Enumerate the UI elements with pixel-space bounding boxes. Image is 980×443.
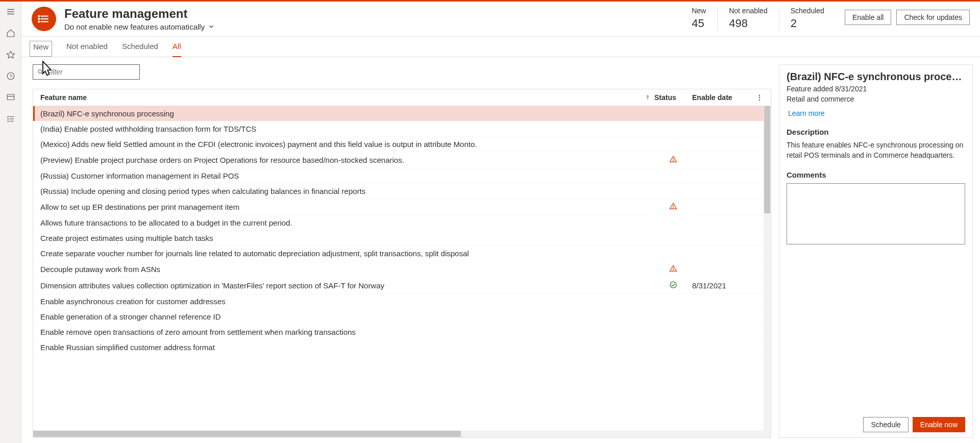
detail-pane: (Brazil) NFC-e synchronous proce… Featur… [779, 64, 973, 438]
table-row[interactable]: Enable asynchronous creation for custome… [33, 294, 771, 309]
stat-group: New 45 Not enabled 498 Scheduled 2 [680, 7, 836, 30]
stat-scheduled[interactable]: Scheduled 2 [779, 7, 836, 30]
feature-list-icon [32, 7, 56, 31]
feature-name-cell: Enable remove open transactions of zero … [33, 328, 641, 336]
comments-label: Comments [787, 170, 965, 179]
tab-not-enabled[interactable]: Not enabled [66, 42, 108, 57]
horizontal-scrollbar[interactable] [33, 430, 771, 437]
feature-name-cell: Allows future transactions to be allocat… [33, 218, 641, 227]
tab-scheduled[interactable]: Scheduled [122, 42, 158, 57]
enable-now-button[interactable]: Enable now [913, 417, 965, 432]
detail-title: (Brazil) NFC-e synchronous proce… [787, 71, 965, 83]
status-cell [654, 155, 692, 165]
star-icon[interactable] [4, 47, 18, 62]
column-status[interactable]: Status [654, 93, 692, 102]
svg-point-18 [38, 21, 39, 22]
feature-name-cell: Enable asynchronous creation for custome… [33, 297, 641, 306]
feature-name-cell: Dimension attributes values collection o… [33, 281, 641, 290]
feature-name-cell: (Russia) Customer information management… [33, 171, 641, 180]
hamburger-icon[interactable] [4, 5, 18, 19]
feature-name-cell: (Preview) Enable project purchase orders… [33, 156, 641, 164]
table-row[interactable]: Allow to set up ER destinations per prin… [33, 199, 771, 215]
table-row[interactable]: Allows future transactions to be allocat… [33, 215, 771, 231]
table-row[interactable]: Enable Russian simplified customer addre… [33, 340, 771, 355]
detail-added: Feature added 8/31/2021 [787, 85, 965, 93]
svg-point-9 [8, 118, 9, 119]
vertical-scrollbar[interactable] [764, 106, 771, 430]
learn-more-link[interactable]: Learn more [787, 109, 965, 117]
auto-enable-dropdown[interactable]: Do not enable new features automatically [64, 22, 215, 31]
table-row[interactable]: Enable remove open transactions of zero … [33, 325, 771, 340]
feature-name-cell: Decouple putaway work from ASNs [33, 265, 641, 274]
feature-name-cell: Enable generation of a stronger channel … [33, 312, 641, 321]
recent-icon[interactable] [4, 69, 18, 83]
column-feature-name[interactable]: Feature name [38, 93, 641, 102]
feature-name-cell: (Brazil) NFC-e synchronous processing [33, 109, 641, 118]
list-icon[interactable] [4, 112, 18, 126]
table-row[interactable]: (Russia) Include opening and closing per… [33, 184, 771, 199]
check-icon [669, 281, 677, 290]
svg-line-20 [41, 73, 43, 75]
svg-point-25 [673, 208, 673, 208]
description-label: Description [787, 128, 965, 136]
table-row[interactable]: (Russia) Customer information management… [33, 168, 771, 184]
status-cell [654, 264, 692, 274]
feature-name-cell: Create separate voucher number for journ… [33, 249, 641, 258]
warning-icon [669, 155, 677, 165]
page-header: Feature management Do not enable new fea… [21, 2, 980, 37]
subtitle-text: Do not enable new features automatically [64, 22, 205, 31]
svg-point-27 [673, 270, 673, 270]
table-row[interactable]: Dimension attributes values collection o… [33, 278, 771, 294]
tab-new[interactable]: New [30, 41, 52, 57]
svg-point-16 [38, 16, 39, 17]
feature-name-cell: Enable Russian simplified customer addre… [33, 343, 641, 352]
filter-input-wrap[interactable] [33, 64, 140, 80]
tab-bar: NewNot enabledScheduledAll [21, 37, 980, 57]
chevron-down-icon [208, 23, 215, 30]
feature-name-cell: (India) Enable posted withholding transa… [33, 125, 641, 133]
tab-all[interactable]: All [173, 42, 181, 57]
feature-name-cell: (Mexico) Adds new field Settled amount i… [33, 140, 641, 149]
table-row[interactable]: (Brazil) NFC-e synchronous processing [33, 106, 771, 121]
svg-point-19 [38, 70, 41, 73]
schedule-button[interactable]: Schedule [863, 417, 908, 432]
table-row[interactable]: (Mexico) Adds new field Settled amount i… [33, 137, 771, 152]
filter-input[interactable] [47, 68, 135, 76]
table-row[interactable]: Enable generation of a stronger channel … [33, 309, 771, 325]
warning-icon [669, 264, 677, 274]
enable-date-cell: 8/31/2021 [692, 281, 753, 290]
stat-new[interactable]: New 45 [680, 7, 717, 30]
svg-point-11 [8, 121, 9, 122]
workspace-icon[interactable] [4, 90, 18, 105]
enable-all-button[interactable]: Enable all [845, 10, 892, 25]
svg-point-17 [38, 18, 39, 19]
status-cell [654, 281, 692, 290]
feature-name-cell: (Russia) Include opening and closing per… [33, 187, 641, 195]
svg-point-23 [673, 161, 673, 161]
table-row[interactable]: (India) Enable posted withholding transa… [33, 121, 771, 137]
detail-module: Retail and commerce [787, 95, 965, 103]
comments-input[interactable] [787, 183, 965, 244]
nav-rail [0, 2, 21, 443]
feature-name-cell: Create project estimates using multiple … [33, 234, 641, 242]
column-more-icon[interactable]: ⋮ [753, 93, 766, 102]
svg-marker-3 [7, 51, 14, 58]
warning-icon [669, 202, 677, 212]
page-title: Feature management [64, 7, 215, 21]
sort-ascending-icon[interactable] [641, 94, 654, 101]
stat-not-enabled[interactable]: Not enabled 498 [717, 7, 779, 30]
status-cell [654, 202, 692, 212]
description-text: This feature enables NFC-e synchronous p… [787, 140, 965, 160]
features-table: Feature name Status Enable date ⋮ (Brazi… [33, 89, 771, 438]
check-updates-button[interactable]: Check for updates [896, 10, 970, 25]
column-enable-date[interactable]: Enable date [692, 93, 753, 102]
table-row[interactable]: Decouple putaway work from ASNs [33, 261, 771, 278]
table-row[interactable]: (Preview) Enable project purchase orders… [33, 152, 771, 168]
feature-name-cell: Allow to set up ER destinations per prin… [33, 203, 641, 211]
svg-point-28 [670, 282, 676, 288]
table-row[interactable]: Create separate voucher number for journ… [33, 246, 771, 261]
svg-point-7 [8, 116, 9, 117]
svg-rect-5 [7, 94, 14, 100]
home-icon[interactable] [4, 26, 18, 40]
table-row[interactable]: Create project estimates using multiple … [33, 231, 771, 246]
